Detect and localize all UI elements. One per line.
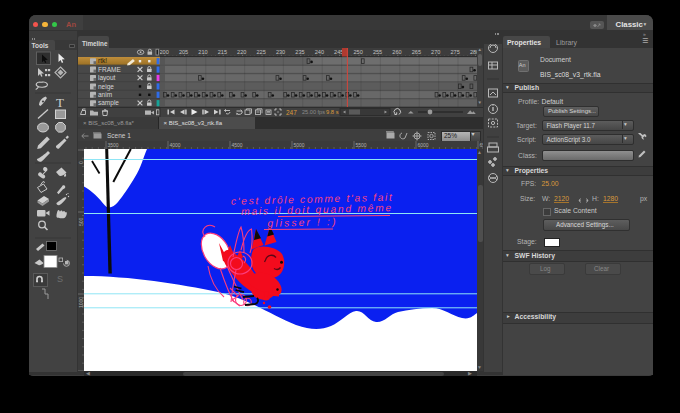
svg-text:235: 235: [295, 49, 304, 55]
svg-text:270: 270: [431, 49, 440, 55]
svg-text:247: 247: [286, 109, 297, 116]
svg-text:265: 265: [412, 49, 421, 55]
svg-text:215: 215: [218, 49, 227, 55]
svg-text:25.00 fps: 25.00 fps: [302, 109, 325, 115]
svg-text:5500: 5500: [356, 142, 367, 148]
svg-text:6500: 6500: [480, 142, 484, 148]
svg-text:0: 0: [78, 161, 84, 164]
svg-text:anim: anim: [98, 91, 112, 98]
svg-text:230: 230: [276, 49, 285, 55]
svg-text:sample: sample: [98, 99, 119, 107]
svg-text:200: 200: [160, 49, 169, 55]
svg-text:220: 220: [237, 49, 246, 55]
svg-text:205: 205: [179, 49, 188, 55]
svg-text:500: 500: [78, 217, 84, 226]
svg-text:255: 255: [373, 49, 382, 55]
svg-text:250: 250: [354, 49, 363, 55]
svg-text:1000: 1000: [78, 297, 84, 308]
svg-text:3500: 3500: [108, 142, 119, 148]
svg-text:9.8 s: 9.8 s: [326, 109, 339, 115]
svg-text:275: 275: [451, 49, 460, 55]
svg-text:FRAME: FRAME: [98, 66, 121, 73]
svg-text:240: 240: [315, 49, 324, 55]
svg-text:210: 210: [198, 49, 207, 55]
svg-text:5000: 5000: [294, 142, 305, 148]
svg-text:4500: 4500: [232, 142, 243, 148]
svg-text:225: 225: [257, 49, 266, 55]
svg-text:4000: 4000: [170, 142, 181, 148]
svg-text:280: 280: [470, 49, 477, 55]
svg-text:rtk!: rtk!: [98, 57, 107, 64]
svg-text:260: 260: [392, 49, 401, 55]
svg-text:neige: neige: [98, 83, 114, 91]
svg-text:T: T: [56, 95, 64, 110]
svg-text:6000: 6000: [418, 142, 429, 148]
svg-text:layout: layout: [98, 74, 116, 82]
